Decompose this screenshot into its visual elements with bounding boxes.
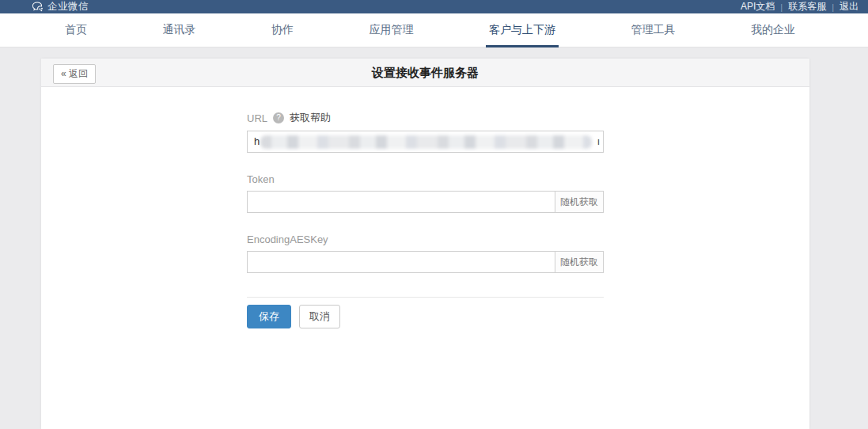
wechat-work-logo-icon	[32, 2, 44, 12]
token-field-group: Token 随机获取	[247, 173, 604, 213]
cancel-button[interactable]: 取消	[299, 305, 340, 328]
nav-item-home[interactable]: 首页	[62, 13, 90, 47]
card-header: « 返回 设置接收事件服务器	[41, 59, 809, 87]
token-input[interactable]	[247, 191, 555, 213]
nav-item-my-company[interactable]: 我的企业	[748, 13, 798, 47]
topbar-separator: |	[780, 2, 783, 12]
back-button[interactable]: « 返回	[53, 64, 96, 84]
get-help-link[interactable]: 获取帮助	[290, 111, 331, 125]
topbar-links: API文档 | 联系客服 | 退出	[741, 0, 859, 13]
topbar-link-contact-support[interactable]: 联系客服	[788, 0, 826, 13]
url-value-end: ı	[597, 131, 600, 152]
topbar-link-logout[interactable]: 退出	[840, 0, 859, 13]
brand-name: 企业微信	[47, 0, 89, 13]
nav-item-admin-tools[interactable]: 管理工具	[628, 13, 679, 47]
page-title: 设置接收事件服务器	[41, 59, 809, 87]
url-value-start: h	[254, 135, 260, 147]
card-body: URL ? 获取帮助 h ı Token 随机获取	[41, 87, 809, 328]
topbar-link-api-docs[interactable]: API文档	[741, 0, 775, 13]
redacted-url-blur	[260, 135, 592, 149]
aeskey-input[interactable]	[247, 251, 555, 273]
token-random-generate-button[interactable]: 随机获取	[555, 191, 604, 213]
url-label: URL	[247, 112, 267, 124]
nav-item-collaboration[interactable]: 协作	[268, 13, 297, 47]
token-label: Token	[247, 173, 275, 185]
form-divider	[247, 297, 604, 298]
url-field-group: URL ? 获取帮助 h ı	[247, 111, 604, 153]
brand: 企业微信	[32, 0, 89, 13]
topbar-separator: |	[832, 2, 834, 12]
topbar: 企业微信 API文档 | 联系客服 | 退出	[0, 0, 868, 13]
settings-card: « 返回 设置接收事件服务器 URL ? 获取帮助 h ı T	[41, 59, 809, 429]
navbar: 首页 通讯录 协作 应用管理 客户与上下游 管理工具 我的企业	[0, 13, 868, 47]
nav-item-app-management[interactable]: 应用管理	[366, 13, 417, 47]
url-input[interactable]: h ı	[247, 131, 604, 153]
receive-event-server-form: URL ? 获取帮助 h ı Token 随机获取	[247, 111, 604, 328]
form-actions: 保存 取消	[247, 305, 604, 328]
nav-item-customers-upstream-downstream[interactable]: 客户与上下游	[486, 13, 559, 47]
aeskey-random-generate-button[interactable]: 随机获取	[555, 251, 604, 273]
nav-item-contacts[interactable]: 通讯录	[160, 13, 199, 47]
help-icon[interactable]: ?	[273, 112, 284, 123]
save-button[interactable]: 保存	[247, 305, 291, 328]
aeskey-field-group: EncodingAESKey 随机获取	[247, 233, 604, 273]
aeskey-label: EncodingAESKey	[247, 233, 328, 245]
